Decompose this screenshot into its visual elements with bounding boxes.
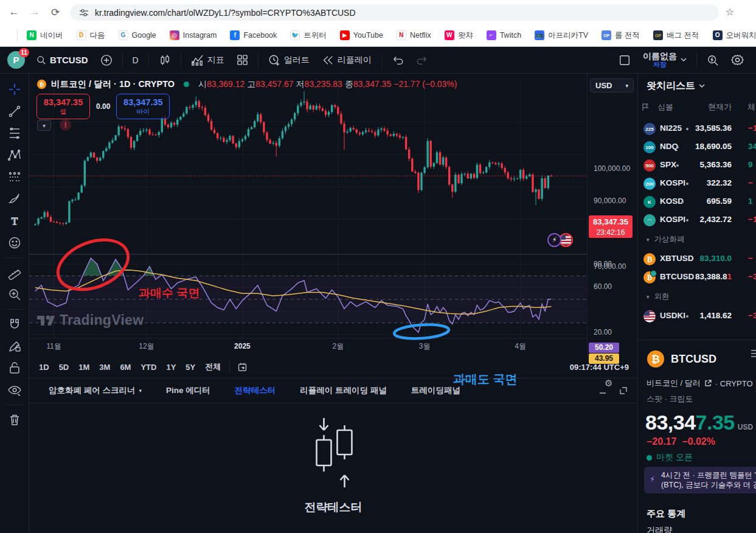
layout-name-menu[interactable]: 이름없음 저장	[637, 49, 693, 71]
sell-button[interactable]: 83,347.35 셀	[36, 94, 90, 119]
bookmark-네이버[interactable]: N네이버	[20, 30, 70, 41]
back-icon[interactable]: ←	[4, 2, 24, 23]
bookmark-왓챠[interactable]: W왓챠	[438, 30, 480, 41]
bookmark-Netflix[interactable]: NNetflix	[390, 30, 438, 40]
replay-button[interactable]: 리플레이	[316, 49, 378, 71]
forecast-tool[interactable]	[3, 166, 26, 188]
redo-button[interactable]	[410, 49, 434, 71]
idea-bolt-icon[interactable]: ⚡	[547, 233, 561, 247]
ruler-tool[interactable]	[3, 262, 26, 284]
column-symbol[interactable]: 심볼	[657, 102, 673, 113]
bookmark-Instagram[interactable]: ◎Instagram	[163, 30, 224, 40]
layout-templates-button[interactable]	[231, 49, 254, 71]
watchlist-row-KOSPI[interactable]: ◠KOSPI2,432.72−1	[638, 211, 756, 229]
user-avatar[interactable]: P 11	[7, 51, 25, 69]
alert-button[interactable]: 얼러트	[262, 49, 316, 71]
address-bar[interactable]: kr.tradingview.com/chart/olWZDyL1/?symbo…	[71, 4, 719, 21]
buy-button[interactable]: 83,347.35 바이	[116, 94, 170, 119]
tab-암호화폐 페어 스크리너[interactable]: 암호화폐 페어 스크리너▾	[39, 385, 151, 396]
price-axis[interactable]: USD ▾ 83,347.35 23:42:16 50.20 43.95 ⚙ 1…	[587, 74, 637, 356]
range-1M[interactable]: 1M	[74, 363, 94, 372]
legend-collapse-button[interactable]: ▾	[37, 120, 51, 131]
clock-utc[interactable]: 09:17:44 UTC+9	[570, 363, 629, 372]
lock-tool[interactable]	[3, 357, 26, 379]
bookmark-다음[interactable]: D다음	[70, 30, 112, 41]
news-card[interactable]: ⚡ 4시간 전 · 프랭클린 템플턴 "비 (BTC), 금보다 기술주와 더 …	[644, 467, 756, 493]
tab-트레이딩패널[interactable]: 트레이딩패널	[401, 385, 470, 396]
range-5D[interactable]: 5D	[54, 363, 74, 372]
chart-style-button[interactable]	[153, 49, 177, 71]
tab-Pine 에디터[interactable]: Pine 에디터	[156, 385, 220, 396]
watchlist-section-가상화폐[interactable]: ▾가상화폐	[647, 234, 685, 245]
text-tool-tool[interactable]: T	[3, 210, 26, 232]
forward-icon[interactable]: →	[24, 2, 45, 23]
tab-리플레이 트레이딩 패널[interactable]: 리플레이 트레이딩 패널	[290, 385, 397, 396]
overbought-annotation-text[interactable]: 과매수 국면	[139, 285, 199, 301]
emoji-tool[interactable]	[3, 232, 26, 254]
watchlist-row-SPX[interactable]: 500SPX5,363.369	[638, 156, 756, 175]
watchlist-row-BTCUSD[interactable]: ₿BTCUSD83,388.81−3	[638, 268, 756, 287]
undo-button[interactable]	[386, 49, 410, 71]
magnet-tool[interactable]	[3, 313, 26, 335]
watchlist-row-NDQ[interactable]: 100NDQ18,690.0534	[638, 138, 756, 156]
bookmark-Facebook[interactable]: fFacebook	[223, 30, 283, 40]
range-전체[interactable]: 전체	[200, 361, 226, 372]
watchlist-row-KOSD[interactable]: KKOSD695.591	[638, 193, 756, 211]
fib-retracement-tool[interactable]	[3, 122, 26, 144]
symbol-more-icon[interactable]	[750, 349, 756, 358]
watchlist-row-NI225[interactable]: 225NI22533,585.36−1,02	[638, 120, 756, 138]
bookmark-Twitch[interactable]: ⌐Twitch	[480, 30, 528, 40]
maximize-panel-icon[interactable]	[619, 386, 628, 395]
symbol-search-button[interactable]: BTCUSD	[30, 49, 94, 71]
bookmark-Google[interactable]: GGoogle	[112, 30, 163, 40]
column-last[interactable]: 현재가	[708, 102, 732, 113]
watchlist-row-USDKI[interactable]: USDKI1,418.62−3	[638, 307, 756, 326]
minimize-panel-icon[interactable]	[598, 386, 607, 395]
xabcd-pattern-tool[interactable]	[3, 144, 26, 166]
bookmark-아프리카TV[interactable]: 📺아프리카TV	[528, 30, 595, 41]
range-5Y[interactable]: 5Y	[181, 363, 200, 372]
tab-전략테스터[interactable]: 전략테스터	[225, 385, 286, 396]
quick-search-button[interactable]	[701, 49, 725, 71]
watchlist-section-외환[interactable]: ▾외환	[647, 291, 670, 302]
bookmark-star-icon[interactable]: ☆	[726, 6, 734, 18]
bookmark-롤 전적[interactable]: OP롤 전적	[595, 30, 647, 41]
settings-button[interactable]	[725, 49, 750, 71]
currency-dropdown[interactable]: USD ▾	[590, 78, 634, 92]
bookmark-오버워치 전적[interactable]: O오버워치 전적	[706, 30, 756, 41]
hide-drawings-tool[interactable]	[3, 379, 26, 401]
bookmark-트위터[interactable]: 🐦트위터	[283, 30, 333, 41]
event-pins[interactable]: ⚡	[547, 233, 573, 247]
bookmark-YouTube[interactable]: ▶YouTube	[333, 30, 390, 40]
interval-button[interactable]: D	[127, 49, 145, 71]
flag-column-icon[interactable]	[642, 103, 650, 111]
range-YTD[interactable]: YTD	[136, 363, 161, 372]
watchlist-row-KOSPI[interactable]: 200KOSPI322.32−	[638, 175, 756, 193]
column-change[interactable]: 체	[747, 102, 755, 113]
watchlist-title[interactable]: 왓치리스트	[647, 80, 705, 92]
range-6M[interactable]: 6M	[115, 363, 136, 372]
trend-line-tool[interactable]	[3, 100, 26, 122]
external-link-icon[interactable]	[704, 380, 712, 387]
range-3M[interactable]: 3M	[94, 363, 115, 372]
goto-date-icon[interactable]	[237, 362, 248, 372]
save-layout-label[interactable]: 저장	[653, 61, 667, 68]
reload-icon[interactable]: ⟳	[45, 2, 66, 23]
bookmark-배그 전적[interactable]: OP배그 전적	[647, 30, 706, 41]
range-1Y[interactable]: 1Y	[161, 363, 181, 372]
chart-pane[interactable]: 11월12월20252월3월4월 ₿ 비트코인 / 달러 · 1D · CRYP…	[29, 74, 587, 356]
watchlist-row-XBTUSD[interactable]: ₿XBTUSD83,310.0−	[638, 250, 756, 268]
zoom-in-tool[interactable]	[3, 284, 26, 305]
site-settings-icon[interactable]	[79, 8, 89, 18]
indicators-button[interactable]: 지표	[185, 49, 231, 71]
chart-legend[interactable]: ₿ 비트코인 / 달러 · 1D · CRYPTO 시83,369.12고83,…	[36, 78, 460, 90]
compare-add-button[interactable]	[94, 49, 119, 71]
brush-tool[interactable]	[3, 188, 26, 210]
symbol-name[interactable]: BTCUSD	[671, 353, 716, 366]
data-warning-icon[interactable]: !	[60, 119, 71, 131]
range-1D[interactable]: 1D	[34, 363, 54, 372]
trash-tool[interactable]	[3, 409, 26, 431]
drawing-stay-tool[interactable]	[3, 335, 26, 357]
crosshair-tool[interactable]	[3, 78, 26, 100]
layout-select-button[interactable]	[612, 49, 637, 71]
